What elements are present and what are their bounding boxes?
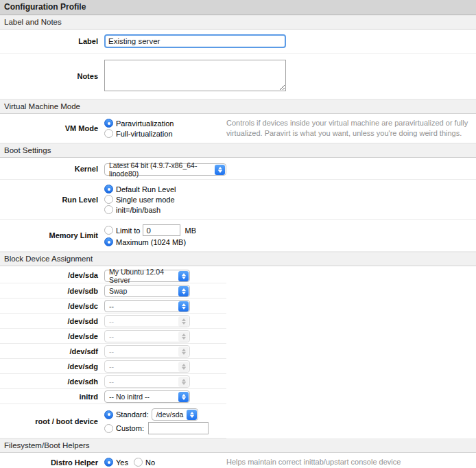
radio-root-custom[interactable]: Custom:: [104, 424, 144, 433]
radio-root-standard[interactable]: Standard:: [104, 410, 149, 419]
distro-helper-label: Distro Helper: [0, 458, 102, 467]
select-stepper-icon: [178, 316, 189, 327]
radio-checked-icon: [104, 185, 113, 194]
dev-sdg-label: /dev/sdg: [0, 362, 102, 371]
select-stepper-icon: [187, 410, 197, 420]
radio-unchecked-icon: [104, 226, 113, 235]
memory-limit-label: Memory Limit: [0, 231, 102, 239]
dev-sde-label: /dev/sde: [0, 332, 102, 340]
custom-root-device-input[interactable]: [148, 422, 209, 434]
select-stepper-icon: [178, 377, 189, 387]
dev-sde-select[interactable]: --: [104, 330, 190, 342]
section-block-device-assignment: Block Device Assignment: [0, 252, 476, 266]
radio-default-run-level[interactable]: Default Run Level: [104, 185, 176, 194]
memory-limit-input[interactable]: [143, 224, 180, 236]
run-level-label: Run Level: [0, 196, 102, 204]
dev-sdf-label: /dev/sdf: [0, 347, 102, 355]
dev-sda-label: /dev/sda: [0, 271, 102, 279]
label-field-label: Label: [0, 37, 102, 45]
kernel-label: Kernel: [0, 165, 102, 173]
radio-paravirtualization[interactable]: Paravirtualization: [104, 119, 221, 128]
select-stepper-icon: [178, 331, 189, 342]
vm-mode-label: VM Mode: [0, 124, 102, 132]
distro-helper-help-text: Helps maintain correct inittab/upstart c…: [226, 456, 472, 468]
select-stepper-icon: [178, 301, 189, 312]
root-device-select[interactable]: /dev/sda: [152, 408, 198, 421]
distro-helper-no-radio[interactable]: No: [134, 458, 155, 467]
select-stepper-icon: [178, 347, 189, 357]
section-virtual-machine-mode: Virtual Machine Mode: [0, 100, 476, 114]
dev-sdh-select[interactable]: --: [104, 375, 190, 388]
dev-sdf-select[interactable]: --: [104, 345, 190, 358]
dev-sdh-label: /dev/sdh: [0, 377, 102, 386]
radio-unchecked-icon: [104, 195, 113, 204]
root-boot-device-label: root / boot device: [0, 417, 102, 425]
select-stepper-icon: [178, 362, 189, 372]
radio-checked-icon: [104, 458, 113, 467]
radio-single-user-mode[interactable]: Single user mode: [104, 195, 176, 204]
radio-maximum-memory[interactable]: Maximum (1024 MB): [104, 237, 191, 246]
select-stepper-icon: [178, 286, 189, 296]
radio-unchecked-icon: [134, 458, 143, 467]
dev-sdb-select[interactable]: Swap: [104, 285, 190, 297]
radio-init-bin-bash[interactable]: init=/bin/bash: [104, 205, 176, 214]
memory-unit-label: MB: [185, 226, 196, 235]
select-stepper-icon: [178, 271, 189, 281]
notes-textarea[interactable]: [104, 60, 286, 91]
radio-checked-icon: [104, 237, 113, 246]
section-boot-settings: Boot Settings: [0, 143, 476, 158]
radio-checked-icon: [104, 410, 113, 419]
section-filesystem-boot-helpers: Filesystem/Boot Helpers: [0, 438, 476, 453]
dev-sdg-select[interactable]: --: [104, 360, 190, 373]
initrd-label: initrd: [0, 393, 102, 401]
kernel-select[interactable]: Latest 64 bit (4.9.7-x86_64-linode80): [104, 163, 226, 176]
dev-sda-select[interactable]: My Ubuntu 12.04 Server: [104, 270, 190, 282]
radio-checked-icon: [104, 119, 113, 128]
select-stepper-icon: [178, 392, 189, 402]
radio-unchecked-icon: [104, 424, 113, 433]
vm-mode-help-text: Controls if devices inside your virtual …: [226, 117, 472, 140]
initrd-select[interactable]: -- No initrd --: [104, 390, 190, 403]
section-label-and-notes: Label and Notes: [0, 15, 476, 30]
radio-limit-to[interactable]: Limit to: [104, 226, 140, 235]
label-input[interactable]: [104, 34, 286, 48]
dev-sdc-label: /dev/sdc: [0, 302, 102, 310]
radio-unchecked-icon: [104, 205, 113, 214]
configuration-profile-page: Configuration Profile Label and Notes La…: [0, 0, 476, 468]
dev-sdc-select[interactable]: --: [104, 300, 190, 312]
dev-sdd-label: /dev/sdd: [0, 317, 102, 325]
distro-helper-yes-radio[interactable]: Yes: [104, 458, 128, 467]
select-stepper-icon: [215, 165, 225, 175]
notes-field-label: Notes: [0, 72, 102, 80]
page-title: Configuration Profile: [0, 0, 476, 15]
radio-full-virtualization[interactable]: Full-virtualization: [104, 129, 221, 138]
radio-unchecked-icon: [104, 129, 113, 138]
dev-sdd-select[interactable]: --: [104, 315, 190, 327]
dev-sdb-label: /dev/sdb: [0, 287, 102, 295]
